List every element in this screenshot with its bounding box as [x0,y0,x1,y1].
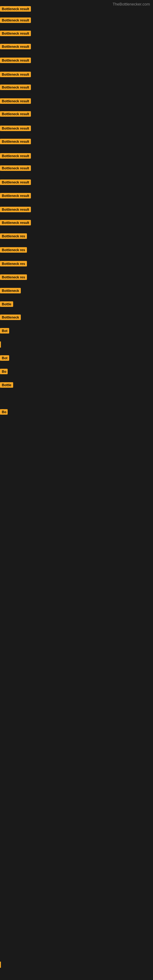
bottleneck-badge-5[interactable]: Bottleneck result [0,57,31,63]
bottleneck-badge-3[interactable]: Bottleneck result [0,30,31,36]
bottleneck-badge-18[interactable]: Bottleneck res [0,233,27,239]
bottleneck-badge-22[interactable]: Bottleneck [0,288,21,293]
badge-container-2: Bottleneck result [0,18,31,24]
badge-container-23: Bottle [0,301,13,308]
bottleneck-badge-31[interactable]: Bo [0,409,8,415]
badge-container-4: Bottleneck result [0,44,31,51]
badge-container-10: Bottleneck result [0,126,31,132]
badge-container-6: Bottleneck result [0,72,31,78]
badge-container-27: Bot [0,355,9,362]
badge-container-29: Bottle [0,382,13,389]
bottleneck-badge-24[interactable]: Bottleneck [0,315,21,320]
bottleneck-badge-1[interactable]: Bottleneck result [0,6,31,12]
bottleneck-badge-29[interactable]: Bottle [0,382,13,388]
badge-container-20: Bottleneck res [0,261,27,268]
bottleneck-badge-17[interactable]: Bottleneck result [0,220,31,225]
bottleneck-badge-27[interactable]: Bot [0,355,9,361]
bottleneck-badge-19[interactable]: Bottleneck res [0,247,27,253]
bottleneck-badge-28[interactable]: Bo [0,369,8,374]
bottleneck-badge-20[interactable]: Bottleneck res [0,261,27,266]
badge-container-22: Bottleneck [0,288,21,294]
bottleneck-badge-15[interactable]: Bottleneck result [0,193,31,199]
badge-container-5: Bottleneck result [0,57,31,64]
badge-container-31: Bo [0,409,8,416]
bottleneck-badge-6[interactable]: Bottleneck result [0,72,31,77]
badge-container-28: Bo [0,369,8,375]
badge-container-15: Bottleneck result [0,193,31,200]
bottleneck-bar-26 [0,342,1,348]
badge-container-24: Bottleneck [0,315,21,321]
bottleneck-badge-9[interactable]: Bottleneck result [0,111,31,117]
badge-container-1: Bottleneck result [0,6,31,13]
badge-container-18: Bottleneck res [0,233,27,240]
badge-container-7: Bottleneck result [0,84,31,91]
badge-container-12: Bottleneck result [0,153,31,160]
bottleneck-badge-14[interactable]: Bottleneck result [0,180,31,185]
site-title: TheBottlenecker.com [113,2,150,6]
badge-container-21: Bottleneck res [0,274,27,281]
badge-container-9: Bottleneck result [0,111,31,118]
bottleneck-badge-10[interactable]: Bottleneck result [0,126,31,131]
badge-container-8: Bottleneck result [0,98,31,105]
badge-container-16: Bottleneck result [0,207,31,213]
badge-container-3: Bottleneck result [0,30,31,37]
bottleneck-bar-72 [0,962,1,968]
badge-container-19: Bottleneck res [0,247,27,254]
badge-container-14: Bottleneck result [0,180,31,186]
bottleneck-badge-16[interactable]: Bottleneck result [0,207,31,212]
bottleneck-badge-11[interactable]: Bottleneck result [0,139,31,144]
bottleneck-badge-12[interactable]: Bottleneck result [0,153,31,159]
badge-container-25: Bot [0,328,9,335]
bottleneck-badge-13[interactable]: Bottleneck result [0,165,31,171]
bottleneck-badge-23[interactable]: Bottle [0,301,13,307]
bottleneck-badge-2[interactable]: Bottleneck result [0,18,31,23]
bottleneck-badge-8[interactable]: Bottleneck result [0,98,31,104]
badge-container-17: Bottleneck result [0,220,31,227]
bottleneck-badge-7[interactable]: Bottleneck result [0,84,31,90]
badge-container-11: Bottleneck result [0,139,31,145]
bottleneck-badge-4[interactable]: Bottleneck result [0,44,31,49]
bottleneck-badge-25[interactable]: Bot [0,328,9,334]
badge-container-13: Bottleneck result [0,165,31,172]
bottleneck-badge-21[interactable]: Bottleneck res [0,274,27,280]
